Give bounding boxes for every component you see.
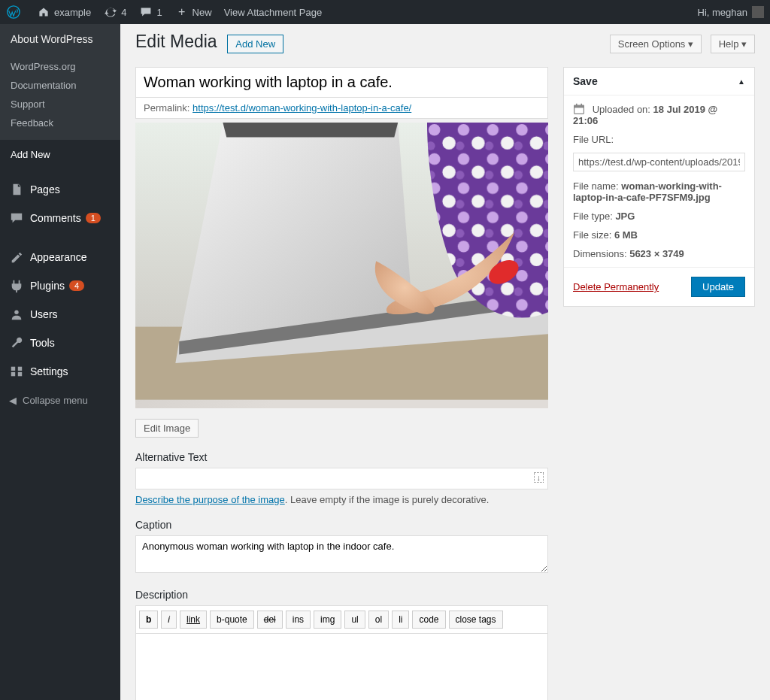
sidebar-item-appearance[interactable]: Appearance [0, 243, 120, 271]
sidebar-item-label: Users [30, 308, 58, 320]
file-type-value: JPG [615, 211, 635, 222]
comments-icon [9, 211, 24, 226]
file-type-label: File type: [573, 211, 613, 222]
avatar [752, 6, 764, 18]
home-icon [36, 5, 51, 20]
save-panel-title[interactable]: Save▲ [564, 68, 754, 95]
panel-toggle-icon: ▲ [738, 77, 745, 86]
sidebar-item-settings[interactable]: Settings [0, 357, 120, 386]
sidebar-item-users[interactable]: Users [0, 300, 120, 329]
greeting: Hi, meghan [698, 7, 747, 18]
sidebar-item-comments[interactable]: Comments1 [0, 204, 120, 232]
caption-label: Caption [135, 519, 548, 531]
plugins-badge: 4 [69, 280, 84, 291]
wordpress-icon [6, 5, 21, 20]
comments-link[interactable]: 1 [132, 0, 168, 24]
description-input[interactable] [135, 633, 548, 700]
attachment-preview [135, 123, 548, 408]
plugins-icon [9, 278, 24, 293]
sidebar-item-pages[interactable]: Pages [0, 175, 120, 204]
ed-btn-li[interactable]: li [392, 611, 409, 629]
help-button[interactable]: Help [711, 35, 755, 53]
ed-btn-closetags[interactable]: close tags [449, 611, 503, 629]
about-link-feedback[interactable]: Feedback [0, 114, 120, 132]
users-icon [9, 307, 24, 322]
sidebar-item-tools[interactable]: Tools [0, 329, 120, 357]
edit-image-button[interactable]: Edit Image [135, 419, 199, 438]
add-new-button[interactable]: Add New [227, 35, 283, 53]
file-url-input[interactable] [573, 153, 745, 171]
alt-text-hint: Describe the purpose of the image. Leave… [135, 494, 548, 505]
about-link-wporg[interactable]: WordPress.org [0, 57, 120, 76]
title-input[interactable] [135, 67, 548, 98]
ed-btn-bquote[interactable]: b-quote [210, 611, 254, 629]
sidebar-item-label: Tools [30, 337, 55, 349]
about-wordpress-heading[interactable]: About WordPress [0, 24, 120, 54]
account-link[interactable]: Hi, meghan [692, 0, 770, 24]
file-url-label: File URL: [573, 134, 745, 145]
sidebar-add-new[interactable]: Add New [0, 140, 120, 169]
settings-icon [9, 364, 24, 379]
collapse-menu-button[interactable]: ◀Collapse menu [0, 386, 120, 415]
collapse-icon: ◀ [9, 395, 17, 406]
comments-badge: 1 [86, 213, 101, 223]
svg-rect-2 [11, 367, 15, 371]
updates-count: 4 [121, 7, 126, 18]
comments-count: 1 [156, 7, 162, 18]
alt-text-input[interactable] [135, 468, 548, 489]
ed-btn-ins[interactable]: ins [286, 611, 311, 629]
svg-rect-20 [581, 104, 582, 106]
svg-point-1 [14, 311, 18, 314]
about-link-docs[interactable]: Documentation [0, 76, 120, 95]
calendar-icon [573, 103, 585, 115]
permalink-label: Permalink: [144, 102, 189, 114]
sidebar-item-label: Plugins [30, 280, 65, 292]
svg-rect-4 [11, 372, 15, 376]
dimensions-label: Dimensions: [573, 248, 627, 259]
file-size-value: 6 MB [614, 229, 638, 241]
svg-rect-3 [18, 367, 22, 371]
new-label: New [192, 7, 212, 18]
tools-icon [9, 335, 24, 350]
comment-icon [138, 5, 153, 20]
pages-icon [9, 182, 24, 197]
update-button[interactable]: Update [691, 277, 745, 297]
caption-input[interactable]: Anonymous woman working with laptop in t… [135, 535, 548, 573]
ed-btn-ul[interactable]: ul [344, 611, 365, 629]
permalink-link[interactable]: https://test.d/woman-working-with-laptop… [192, 102, 411, 114]
delete-permanently-link[interactable]: Delete Permanently [573, 281, 659, 292]
ed-btn-b[interactable]: b [139, 611, 158, 629]
sidebar-item-plugins[interactable]: Plugins4 [0, 271, 120, 300]
editor-toolbar: b i link b-quote del ins img ul ol li co… [135, 605, 548, 633]
permalink-row: Permalink: https://test.d/woman-working-… [135, 98, 548, 119]
sidebar-item-label: Appearance [30, 251, 87, 263]
new-content-link[interactable]: +New [168, 0, 218, 24]
sidebar-item-label: Settings [30, 365, 68, 377]
keyboard-icon: ↓ [534, 472, 544, 483]
describe-link[interactable]: Describe the purpose of the image [135, 494, 285, 505]
screen-options-button[interactable]: Screen Options [610, 35, 702, 53]
ed-btn-del[interactable]: del [257, 611, 283, 629]
save-panel: Save▲ Uploaded on: 18 Jul 2019 @ 21:06 F… [563, 67, 755, 307]
alt-text-label: Alternative Text [135, 451, 548, 463]
dimensions-value: 5623 × 3749 [629, 248, 684, 259]
page-title: Edit Media [135, 32, 217, 51]
sidebar-item-label: Comments [30, 212, 81, 224]
ed-btn-ol[interactable]: ol [368, 611, 389, 629]
sidebar-item-label: Pages [30, 183, 60, 195]
ed-btn-i[interactable]: i [161, 611, 177, 629]
site-name: example [54, 7, 91, 18]
svg-rect-5 [18, 372, 22, 376]
wp-logo[interactable] [0, 0, 30, 24]
file-size-label: File size: [573, 229, 611, 241]
ed-btn-link[interactable]: link [180, 611, 207, 629]
plus-icon: + [174, 5, 189, 20]
file-name-label: File name: [573, 180, 619, 192]
updates-link[interactable]: 4 [97, 0, 132, 24]
view-attachment-link[interactable]: View Attachment Page [218, 0, 329, 24]
about-link-support[interactable]: Support [0, 95, 120, 114]
ed-btn-img[interactable]: img [314, 611, 341, 629]
site-name-link[interactable]: example [30, 0, 97, 24]
ed-btn-code[interactable]: code [412, 611, 445, 629]
svg-marker-13 [223, 123, 398, 137]
